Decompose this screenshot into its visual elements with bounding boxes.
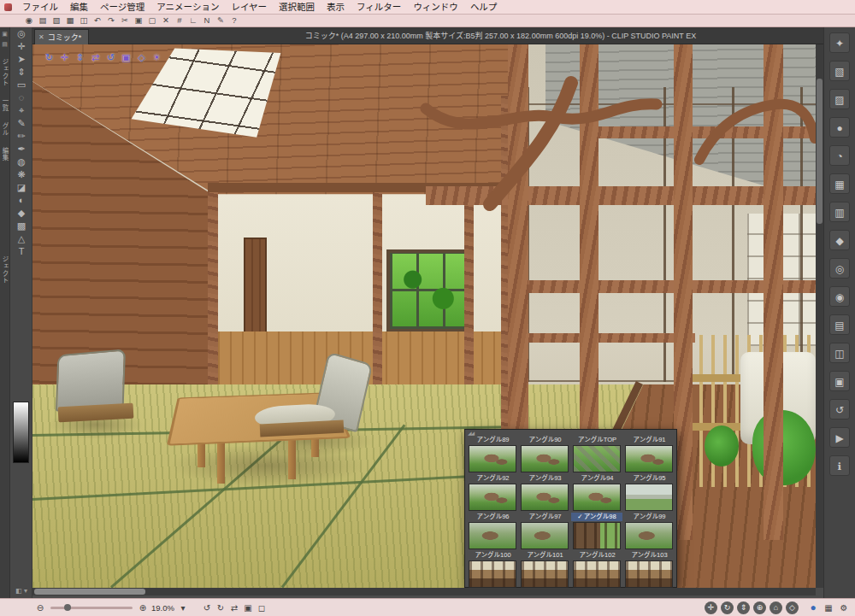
angle-thumbnail[interactable] [469, 560, 516, 588]
angle-thumbnail[interactable] [521, 522, 569, 549]
selection-tool[interactable]: ▭ [10, 79, 32, 91]
camera-move-icon[interactable]: ⇄ [89, 51, 102, 64]
color-gradient-swatch[interactable] [13, 402, 29, 463]
palette-tab[interactable]: 編集 [0, 147, 9, 161]
angle-thumbnail[interactable] [521, 484, 569, 511]
brush-tool[interactable]: ✒ [10, 143, 32, 155]
rotate-right-icon[interactable]: ↻ [215, 603, 227, 613]
angle-thumbnail[interactable] [469, 522, 516, 549]
grid-icon[interactable]: # [173, 15, 186, 26]
camera-pan-icon[interactable]: ✛ [58, 51, 71, 64]
decoration-tool[interactable]: ❋ [10, 168, 32, 181]
fit-to-screen-icon[interactable]: ▣ [242, 603, 254, 613]
eraser-tool[interactable]: ◪ [10, 181, 32, 194]
cut-icon[interactable]: ✂ [118, 15, 132, 26]
pen-tool[interactable]: ✎ [10, 117, 32, 130]
paste-icon[interactable]: ▢ [145, 15, 159, 26]
menu-item[interactable]: ファイル [16, 0, 64, 14]
angle-item[interactable]: アングル99 [623, 513, 675, 550]
angle-item[interactable]: アングル92 [467, 474, 518, 512]
navigator-panel-icon[interactable]: ◎ [829, 258, 850, 279]
angle-item[interactable]: アングル101 [519, 551, 570, 588]
palette-tab[interactable]: ジェクト [0, 255, 9, 285]
snap-special-ruler-icon[interactable]: N [200, 15, 214, 26]
pencil-tool[interactable]: ✏ [10, 130, 32, 143]
angle-item[interactable]: アングルTOP [571, 436, 622, 473]
camera-orbit-button[interactable]: ↻ [721, 601, 734, 614]
color-set-panel-icon[interactable]: ▦ [829, 173, 850, 194]
palette-tab[interactable]: グル [0, 122, 9, 137]
gradient-tool[interactable]: ▩ [10, 220, 32, 232]
tool-dock-footer-icons[interactable]: ◧ ▾ [10, 587, 32, 595]
close-tab-icon[interactable]: ✕ [38, 33, 44, 41]
angle-thumbnail[interactable] [469, 484, 516, 511]
angle-item[interactable]: アングル97 [519, 513, 570, 550]
fill-tool[interactable]: ◆ [10, 207, 32, 220]
item-bank-panel-icon[interactable]: ▤ [829, 314, 850, 335]
angle-item[interactable]: アングル94 [571, 474, 622, 512]
subview-panel-icon[interactable]: ◉ [829, 286, 850, 307]
camera-zoom-icon[interactable]: ⇕ [74, 51, 86, 64]
material-panel-icon[interactable]: ◆ [829, 230, 850, 250]
angle-thumbnail[interactable] [573, 484, 621, 511]
camera-dolly-button[interactable]: ⇕ [737, 601, 750, 614]
eyedropper-tool[interactable]: ⌖ [10, 104, 32, 117]
menu-item[interactable]: ウィンドウ [407, 0, 464, 14]
tool-property-panel-icon[interactable]: ▨ [829, 89, 850, 109]
camera-home-button[interactable]: ⌂ [770, 601, 782, 614]
collapsed-panel-icon[interactable]: ▤ [2, 40, 8, 48]
print-icon[interactable]: ◫ [77, 15, 91, 26]
3d-sphere-icon[interactable]: ● [807, 601, 819, 613]
collapsed-panel-icon[interactable]: ▣ [2, 30, 8, 38]
angle-item[interactable]: アングル89 [467, 436, 518, 473]
airbrush-tool[interactable]: ◍ [10, 155, 32, 168]
new-document-icon[interactable]: ▤ [36, 15, 50, 26]
angle-thumbnail[interactable] [573, 522, 621, 549]
angle-item[interactable]: アングル91 [623, 436, 675, 473]
palette-tab[interactable]: ジェクト [0, 58, 9, 87]
angle-thumbnail[interactable] [625, 445, 673, 472]
redo-icon[interactable]: ↷ [104, 15, 118, 26]
camera-orbit-icon[interactable]: ↻ [43, 51, 56, 64]
color-wheel-panel-icon[interactable]: ◔ [829, 145, 850, 166]
menu-item[interactable]: 選択範囲 [273, 0, 321, 14]
menu-item[interactable]: ページ管理 [94, 0, 150, 14]
quick-access-panel-icon[interactable]: ✦ [829, 32, 850, 53]
grid-toggle-icon[interactable]: ▦ [823, 603, 834, 613]
rotate-left-icon[interactable]: ↺ [201, 603, 213, 613]
color-history-panel-icon[interactable]: ▥ [829, 202, 850, 222]
undo-icon[interactable]: ↶ [91, 15, 104, 26]
angle-thumbnail[interactable] [521, 560, 569, 588]
angle-item[interactable]: アングル103 [623, 551, 675, 588]
menu-item[interactable]: フィルター [351, 0, 407, 14]
lasso-tool[interactable]: ◌ [10, 91, 32, 104]
light-icon[interactable]: ☀ [150, 51, 163, 64]
menu-item[interactable]: レイヤー [225, 0, 273, 14]
layer-panel-icon[interactable]: ◫ [829, 343, 850, 363]
fit-view-icon[interactable]: ▣ [120, 51, 133, 64]
panel-grip-icon[interactable]: ◢◢ [468, 430, 474, 436]
auto-action-panel-icon[interactable]: ▶ [829, 427, 850, 448]
camera-pan-button[interactable]: ✛ [705, 601, 717, 614]
camera-perspective-button[interactable]: ◇ [786, 601, 799, 614]
document-canvas[interactable]: ↻✛⇕⇄↺▣◇☀ ◢◢ アングル89 アングル90 [32, 44, 816, 588]
snap-ruler-icon[interactable]: ∟ [186, 15, 200, 26]
angle-item[interactable]: アングル95 [623, 474, 675, 512]
move-tool[interactable]: ✛ [10, 40, 32, 53]
copy-icon[interactable]: ▣ [132, 15, 145, 26]
open-document-icon[interactable]: ▧ [50, 15, 63, 26]
angle-thumbnail[interactable] [625, 560, 673, 588]
layer-move-tool[interactable]: ⇕ [10, 66, 32, 79]
angle-item[interactable]: アングル102 [571, 551, 622, 588]
angle-thumbnail[interactable] [521, 445, 569, 472]
angle-item[interactable]: ✓アングル98 [571, 513, 622, 550]
clip-studio-logo-icon[interactable]: ◉ [22, 15, 36, 26]
zoom-slider[interactable] [50, 607, 133, 609]
vertical-scrollbar-thumb[interactable] [817, 79, 823, 224]
delete-icon[interactable]: ✕ [159, 15, 173, 26]
angle-item[interactable]: アングル100 [467, 551, 518, 588]
actual-size-icon[interactable]: ◻ [256, 603, 268, 613]
angle-item[interactable]: アングル96 [467, 513, 518, 550]
angle-item[interactable]: アングル93 [519, 474, 570, 512]
angle-thumbnail[interactable] [625, 522, 673, 549]
